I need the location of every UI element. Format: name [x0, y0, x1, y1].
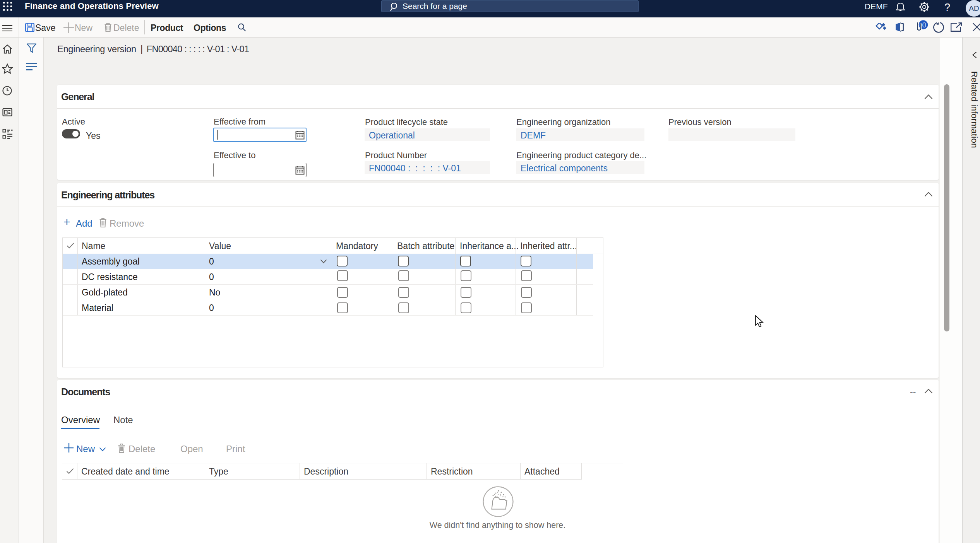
svg-text:0: 0 — [922, 21, 926, 29]
